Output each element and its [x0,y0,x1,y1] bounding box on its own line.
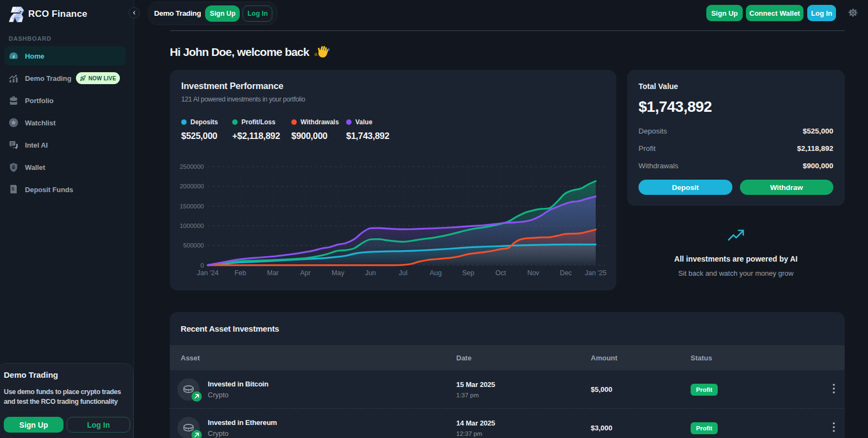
svg-text:$: $ [11,186,14,192]
